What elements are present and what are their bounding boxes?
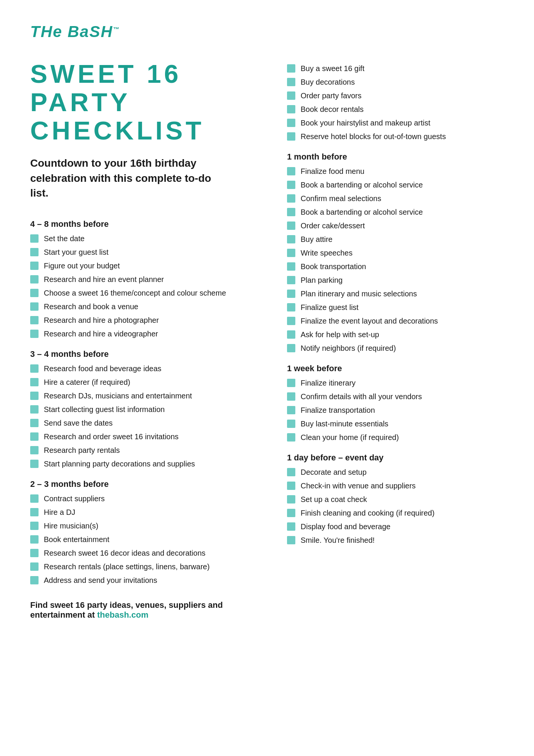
- checklist-item: Write speeches: [287, 248, 504, 258]
- checklist-item: Smile. You're finished!: [287, 535, 504, 545]
- checkbox[interactable]: [287, 536, 295, 544]
- footer-link[interactable]: thebash.com: [97, 610, 148, 620]
- checkbox[interactable]: [30, 289, 39, 297]
- section-header: 1 week before: [287, 364, 504, 373]
- checkbox[interactable]: [287, 522, 295, 531]
- checkbox[interactable]: [287, 317, 295, 325]
- checkbox[interactable]: [287, 105, 295, 113]
- checkbox[interactable]: [287, 262, 295, 271]
- checklist-item: Research and hire a videographer: [30, 329, 264, 339]
- checkbox[interactable]: [287, 276, 295, 284]
- footer: Find sweet 16 party ideas, venues, suppl…: [30, 600, 264, 620]
- checklist-item: Hire musician(s): [30, 521, 264, 531]
- checklist-item: Start your guest list: [30, 247, 264, 257]
- checklist-item: Research DJs, musicians and entertainmen…: [30, 391, 264, 401]
- checkbox[interactable]: [30, 576, 39, 584]
- item-text: Hire musician(s): [44, 521, 264, 531]
- checkbox[interactable]: [287, 495, 295, 503]
- checkbox[interactable]: [287, 330, 295, 339]
- checkbox[interactable]: [287, 235, 295, 243]
- item-text: Figure out your budget: [44, 261, 264, 271]
- checkbox[interactable]: [30, 508, 39, 516]
- checkbox[interactable]: [30, 460, 39, 468]
- checkbox[interactable]: [287, 482, 295, 490]
- checkbox[interactable]: [287, 468, 295, 476]
- checkbox[interactable]: [287, 167, 295, 175]
- item-text: Ask for help with set-up: [301, 330, 504, 339]
- checkbox[interactable]: [287, 222, 295, 230]
- checkbox[interactable]: [30, 392, 39, 400]
- checklist-item: Buy attire: [287, 234, 504, 244]
- logo: THe BaSH™: [30, 23, 120, 40]
- checkbox[interactable]: [30, 535, 39, 544]
- checkbox[interactable]: [287, 91, 295, 100]
- checklist-item: Research food and beverage ideas: [30, 364, 264, 373]
- checkbox[interactable]: [287, 208, 295, 216]
- checklist-item: Send save the dates: [30, 418, 264, 428]
- item-text: Finalize transportation: [301, 405, 504, 415]
- checklist-item: Buy a sweet 16 gift: [287, 64, 504, 73]
- item-text: Send save the dates: [44, 418, 264, 428]
- checkbox[interactable]: [287, 420, 295, 428]
- checkbox[interactable]: [30, 405, 39, 414]
- item-text: Book a bartending or alcohol service: [301, 180, 504, 190]
- item-text: Decorate and setup: [301, 467, 504, 477]
- section-header: 1 day before – event day: [287, 453, 504, 463]
- item-text: Smile. You're finished!: [301, 535, 504, 545]
- checkbox[interactable]: [287, 290, 295, 298]
- item-text: Research and hire a videographer: [44, 329, 264, 339]
- checkbox[interactable]: [287, 181, 295, 189]
- checkbox[interactable]: [30, 248, 39, 256]
- checkbox[interactable]: [30, 432, 39, 441]
- checkbox[interactable]: [30, 549, 39, 557]
- checkbox[interactable]: [30, 275, 39, 284]
- checkbox[interactable]: [30, 316, 39, 324]
- main-content: SWEET 16 PARTY CHECKLIST Countdown to yo…: [30, 60, 504, 620]
- checkbox[interactable]: [287, 194, 295, 203]
- checkbox[interactable]: [287, 344, 295, 352]
- checkbox[interactable]: [30, 378, 39, 386]
- section-header: 1 month before: [287, 152, 504, 162]
- checklist-item: Buy last-minute essentials: [287, 419, 504, 429]
- checkbox[interactable]: [287, 406, 295, 414]
- checkbox[interactable]: [287, 509, 295, 517]
- item-text: Start planning party decorations and sup…: [44, 459, 264, 469]
- checkbox[interactable]: [287, 303, 295, 311]
- checkbox[interactable]: [30, 494, 39, 503]
- checklist-item: Check-in with venue and suppliers: [287, 481, 504, 491]
- checkbox[interactable]: [287, 119, 295, 127]
- checkbox[interactable]: [287, 433, 295, 442]
- right-sections: 1 month beforeFinalize food menuBook a b…: [287, 152, 504, 545]
- checkbox[interactable]: [30, 522, 39, 530]
- checklist-item: Finalize itinerary: [287, 378, 504, 388]
- checklist-item: Finalize the event layout and decoration…: [287, 316, 504, 326]
- item-text: Plan parking: [301, 275, 504, 285]
- item-text: Confirm meal selections: [301, 194, 504, 203]
- checklist-item: Order cake/dessert: [287, 221, 504, 231]
- checkbox[interactable]: [30, 562, 39, 571]
- subtitle: Countdown to your 16th birthday celebrat…: [30, 156, 211, 200]
- item-text: Research and hire a photographer: [44, 315, 264, 325]
- checkbox[interactable]: [30, 302, 39, 311]
- checkbox[interactable]: [287, 249, 295, 257]
- item-text: Contract suppliers: [44, 494, 264, 503]
- right-column: Buy a sweet 16 giftBuy decorationsOrder …: [287, 60, 504, 620]
- item-text: Research and hire an event planner: [44, 274, 264, 284]
- checkbox[interactable]: [30, 330, 39, 338]
- checkbox[interactable]: [287, 379, 295, 387]
- checkbox[interactable]: [287, 64, 295, 73]
- checkbox[interactable]: [287, 392, 295, 401]
- item-text: Confirm details with all your vendors: [301, 392, 504, 401]
- checkbox[interactable]: [30, 262, 39, 270]
- section-header: 4 – 8 months before: [30, 219, 264, 229]
- checklist-item: Set the date: [30, 234, 264, 243]
- checkbox[interactable]: [30, 364, 39, 373]
- checkbox[interactable]: [287, 78, 295, 86]
- checkbox[interactable]: [287, 132, 295, 141]
- checklist-item: Book a bartending or alcohol service: [287, 180, 504, 190]
- logo-area: THe BaSH™: [30, 23, 504, 41]
- checkbox[interactable]: [30, 234, 39, 243]
- checkbox[interactable]: [30, 419, 39, 427]
- item-text: Finish cleaning and cooking (if required…: [301, 508, 504, 518]
- checkbox[interactable]: [30, 446, 39, 454]
